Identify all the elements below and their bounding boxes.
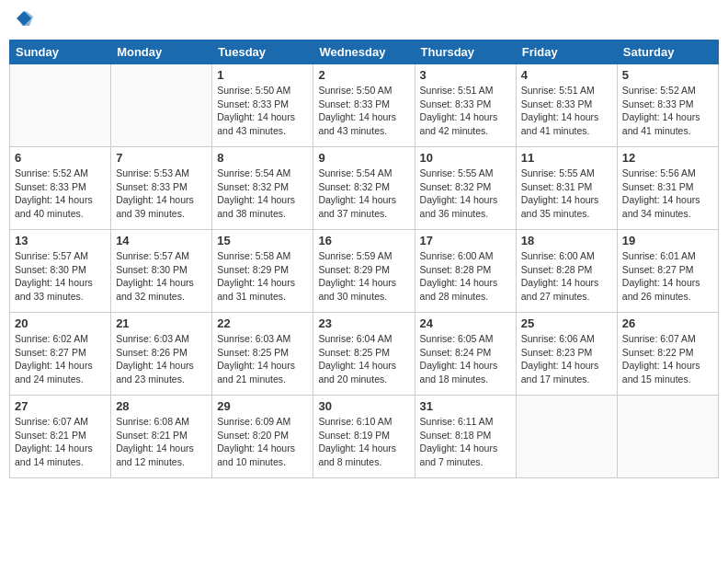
day-info: Sunrise: 6:07 AMSunset: 8:21 PMDaylight:… <box>15 415 106 469</box>
day-number: 26 <box>622 316 713 330</box>
calendar-cell: 4Sunrise: 5:51 AMSunset: 8:33 PMDaylight… <box>516 64 617 147</box>
page-header <box>9 9 719 32</box>
day-number: 6 <box>15 151 106 165</box>
day-number: 18 <box>521 234 612 247</box>
day-info: Sunrise: 5:51 AMSunset: 8:33 PMDaylight:… <box>521 84 612 138</box>
calendar-cell: 22Sunrise: 6:03 AMSunset: 8:25 PMDayligh… <box>212 313 313 396</box>
day-info: Sunrise: 5:52 AMSunset: 8:33 PMDaylight:… <box>622 84 713 138</box>
calendar-cell: 30Sunrise: 6:10 AMSunset: 8:19 PMDayligh… <box>313 396 415 478</box>
calendar-cell: 17Sunrise: 6:00 AMSunset: 8:28 PMDayligh… <box>415 230 516 313</box>
day-of-week-header: Wednesday <box>313 40 415 64</box>
day-number: 28 <box>116 399 207 413</box>
day-info: Sunrise: 6:00 AMSunset: 8:28 PMDaylight:… <box>420 249 511 304</box>
calendar-cell: 31Sunrise: 6:11 AMSunset: 8:18 PMDayligh… <box>415 396 516 478</box>
day-number: 14 <box>116 234 207 247</box>
day-number: 4 <box>521 68 612 82</box>
day-info: Sunrise: 6:05 AMSunset: 8:24 PMDaylight:… <box>420 332 511 386</box>
day-info: Sunrise: 6:03 AMSunset: 8:26 PMDaylight:… <box>116 332 207 386</box>
day-of-week-header: Thursday <box>415 40 516 64</box>
logo <box>13 9 33 32</box>
day-info: Sunrise: 5:57 AMSunset: 8:30 PMDaylight:… <box>15 249 106 304</box>
calendar-cell: 20Sunrise: 6:02 AMSunset: 8:27 PMDayligh… <box>10 313 111 396</box>
day-number: 15 <box>217 234 308 247</box>
calendar-cell: 15Sunrise: 5:58 AMSunset: 8:29 PMDayligh… <box>212 230 313 313</box>
day-of-week-header: Sunday <box>10 40 111 64</box>
day-info: Sunrise: 5:52 AMSunset: 8:33 PMDaylight:… <box>15 167 106 221</box>
calendar-cell: 13Sunrise: 5:57 AMSunset: 8:30 PMDayligh… <box>10 230 111 313</box>
day-number: 2 <box>318 68 409 82</box>
day-info: Sunrise: 6:00 AMSunset: 8:28 PMDaylight:… <box>521 249 612 304</box>
day-info: Sunrise: 6:03 AMSunset: 8:25 PMDaylight:… <box>217 332 308 386</box>
calendar-cell: 9Sunrise: 5:54 AMSunset: 8:32 PMDaylight… <box>313 147 415 230</box>
day-info: Sunrise: 6:11 AMSunset: 8:18 PMDaylight:… <box>420 415 511 469</box>
day-info: Sunrise: 5:56 AMSunset: 8:31 PMDaylight:… <box>622 167 713 221</box>
day-number: 27 <box>15 399 106 413</box>
calendar-cell: 1Sunrise: 5:50 AMSunset: 8:33 PMDaylight… <box>212 64 313 147</box>
day-number: 7 <box>116 151 207 165</box>
day-of-week-header: Monday <box>111 40 212 64</box>
day-info: Sunrise: 5:55 AMSunset: 8:31 PMDaylight:… <box>521 167 612 221</box>
day-number: 8 <box>217 151 308 165</box>
day-info: Sunrise: 6:07 AMSunset: 8:22 PMDaylight:… <box>622 332 713 386</box>
calendar-cell: 12Sunrise: 5:56 AMSunset: 8:31 PMDayligh… <box>617 147 718 230</box>
day-number: 16 <box>318 234 409 247</box>
calendar-cell: 25Sunrise: 6:06 AMSunset: 8:23 PMDayligh… <box>516 313 617 396</box>
logo-icon <box>15 9 33 28</box>
day-info: Sunrise: 6:06 AMSunset: 8:23 PMDaylight:… <box>521 332 612 386</box>
day-info: Sunrise: 6:04 AMSunset: 8:25 PMDaylight:… <box>318 332 409 386</box>
day-info: Sunrise: 5:54 AMSunset: 8:32 PMDaylight:… <box>217 167 308 221</box>
calendar-cell: 27Sunrise: 6:07 AMSunset: 8:21 PMDayligh… <box>10 396 111 478</box>
calendar-cell: 3Sunrise: 5:51 AMSunset: 8:33 PMDaylight… <box>415 64 516 147</box>
calendar-cell: 26Sunrise: 6:07 AMSunset: 8:22 PMDayligh… <box>617 313 718 396</box>
day-info: Sunrise: 6:02 AMSunset: 8:27 PMDaylight:… <box>15 332 106 386</box>
day-number: 23 <box>318 316 409 330</box>
day-number: 9 <box>318 151 409 165</box>
calendar-cell: 8Sunrise: 5:54 AMSunset: 8:32 PMDaylight… <box>212 147 313 230</box>
day-number: 24 <box>420 316 511 330</box>
day-number: 3 <box>420 68 511 82</box>
calendar-cell: 14Sunrise: 5:57 AMSunset: 8:30 PMDayligh… <box>111 230 212 313</box>
day-of-week-header: Friday <box>516 40 617 64</box>
calendar-cell: 28Sunrise: 6:08 AMSunset: 8:21 PMDayligh… <box>111 396 212 478</box>
calendar-cell: 2Sunrise: 5:50 AMSunset: 8:33 PMDaylight… <box>313 64 415 147</box>
calendar-cell <box>516 396 617 478</box>
day-number: 20 <box>15 316 106 330</box>
day-number: 29 <box>217 399 308 413</box>
day-info: Sunrise: 6:10 AMSunset: 8:19 PMDaylight:… <box>318 415 409 469</box>
calendar-cell: 23Sunrise: 6:04 AMSunset: 8:25 PMDayligh… <box>313 313 415 396</box>
logo-text <box>13 9 33 32</box>
day-number: 30 <box>318 399 409 413</box>
calendar-cell: 7Sunrise: 5:53 AMSunset: 8:33 PMDaylight… <box>111 147 212 230</box>
calendar-cell: 21Sunrise: 6:03 AMSunset: 8:26 PMDayligh… <box>111 313 212 396</box>
day-number: 21 <box>116 316 207 330</box>
day-info: Sunrise: 5:50 AMSunset: 8:33 PMDaylight:… <box>217 84 308 138</box>
svg-marker-1 <box>18 11 33 26</box>
calendar-cell: 16Sunrise: 5:59 AMSunset: 8:29 PMDayligh… <box>313 230 415 313</box>
day-number: 1 <box>217 68 308 82</box>
day-number: 12 <box>622 151 713 165</box>
day-number: 11 <box>521 151 612 165</box>
day-of-week-header: Saturday <box>617 40 718 64</box>
calendar-cell: 5Sunrise: 5:52 AMSunset: 8:33 PMDaylight… <box>617 64 718 147</box>
day-number: 19 <box>622 234 713 247</box>
day-number: 10 <box>420 151 511 165</box>
day-info: Sunrise: 5:55 AMSunset: 8:32 PMDaylight:… <box>420 167 511 221</box>
day-info: Sunrise: 5:51 AMSunset: 8:33 PMDaylight:… <box>420 84 511 138</box>
day-info: Sunrise: 5:53 AMSunset: 8:33 PMDaylight:… <box>116 167 207 221</box>
day-number: 31 <box>420 399 511 413</box>
calendar-cell: 18Sunrise: 6:00 AMSunset: 8:28 PMDayligh… <box>516 230 617 313</box>
day-info: Sunrise: 6:08 AMSunset: 8:21 PMDaylight:… <box>116 415 207 469</box>
day-of-week-header: Tuesday <box>212 40 313 64</box>
calendar-cell <box>10 64 111 147</box>
day-number: 22 <box>217 316 308 330</box>
day-info: Sunrise: 5:59 AMSunset: 8:29 PMDaylight:… <box>318 249 409 304</box>
day-number: 5 <box>622 68 713 82</box>
day-info: Sunrise: 6:09 AMSunset: 8:20 PMDaylight:… <box>217 415 308 469</box>
day-info: Sunrise: 5:50 AMSunset: 8:33 PMDaylight:… <box>318 84 409 138</box>
day-info: Sunrise: 5:58 AMSunset: 8:29 PMDaylight:… <box>217 249 308 304</box>
calendar-cell: 29Sunrise: 6:09 AMSunset: 8:20 PMDayligh… <box>212 396 313 478</box>
calendar-table: SundayMondayTuesdayWednesdayThursdayFrid… <box>9 40 719 478</box>
calendar-cell: 19Sunrise: 6:01 AMSunset: 8:27 PMDayligh… <box>617 230 718 313</box>
day-number: 17 <box>420 234 511 247</box>
calendar-cell: 11Sunrise: 5:55 AMSunset: 8:31 PMDayligh… <box>516 147 617 230</box>
